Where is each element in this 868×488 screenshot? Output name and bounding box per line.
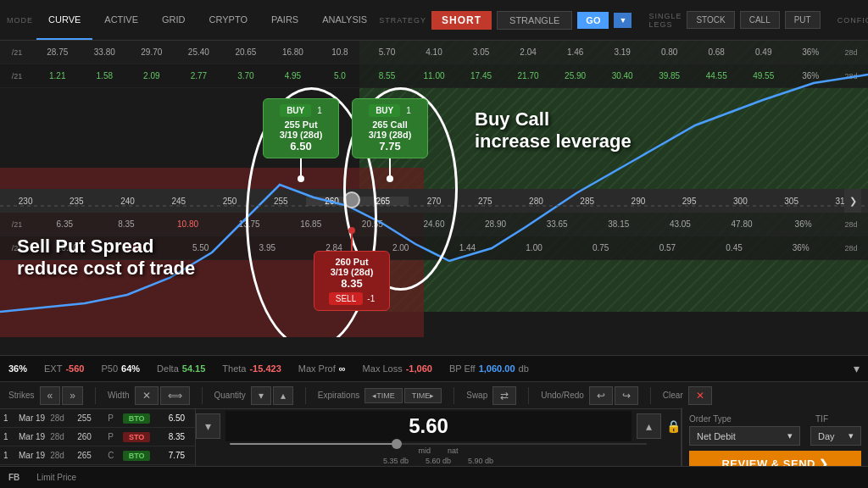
stat-theta: Theta -15.423: [222, 363, 281, 374]
stat-percent: 36%: [8, 363, 27, 374]
tab-crypto[interactable]: CRYPTO: [198, 0, 259, 40]
buy-put-tooltip: BUY 1 255 Put 3/19 (28d) 6.50: [263, 98, 339, 182]
swap-btn[interactable]: ⇄: [492, 386, 516, 405]
controls-bar: Strikes « » Width ✕ ⟺ Quantity ▾ ▴ Expir…: [0, 382, 868, 409]
chart-area: /21 28.75 33.80 29.70 25.40 20.65 16.80 …: [0, 41, 868, 337]
price-range-min: 5.35 db: [383, 457, 409, 465]
single-legs-section: SINGLE LEGS STOCK CALL PUT: [648, 11, 820, 29]
sell-put-box: 260 Put 3/19 (28d) 8.35 SELL -1: [314, 251, 390, 311]
sell-put-annotation: Sell Put Spread reduce cost of trade: [17, 236, 195, 280]
ctrl-sep-2: [202, 387, 203, 404]
stats-bar: 36% EXT -560 P50 64% Delta 54.15 Theta -…: [0, 355, 868, 382]
stat-delta: Delta 54.15: [157, 363, 205, 374]
undo-btn[interactable]: ↩: [589, 386, 613, 405]
ctrl-sep-3: [305, 387, 306, 404]
stat-p50: P50 64%: [101, 363, 140, 374]
order-type-dropdown-icon: ▾: [787, 430, 793, 441]
slider-handle[interactable]: [392, 439, 402, 449]
buy-call-annotation: Buy Call increase leverage: [475, 108, 632, 152]
data-row-3: /21 6.35 8.35 10.80 13.75 16.85 20.55 24…: [0, 213, 868, 236]
strikes-next-btn[interactable]: »: [62, 386, 83, 405]
stat-bpeff: BP Eff 1,060.00 db: [449, 363, 529, 374]
strikes-prev-btn[interactable]: «: [40, 386, 61, 405]
ctrl-sep-6: [650, 387, 651, 404]
go-button[interactable]: GO: [577, 12, 609, 29]
strangle-button[interactable]: STRANGLE: [497, 11, 572, 30]
data-row-2: /21 1.21 1.58 2.09 2.77 3.70 4.95 5.0 8.…: [0, 64, 868, 88]
price-slider[interactable]: [230, 443, 647, 445]
buy-put-box: BUY 1 255 Put 3/19 (28d) 6.50: [263, 98, 339, 158]
buy-call-pin: BUY 1 265 Call 3/19 (28d) 7.75: [352, 98, 428, 182]
nav-tabs: CURVE ACTIVE GRID CRYPTO PAIRS ANALYSIS: [36, 0, 379, 40]
buy-put-dot: [298, 175, 304, 182]
strategy-dropdown[interactable]: ▼: [614, 13, 632, 28]
stats-dropdown-chevron[interactable]: ▾: [854, 362, 860, 375]
price-input-area: ▾ 5.60 ▴ 🔒 mid nat 5.35 db 5.60 db 5.90 …: [195, 409, 682, 466]
price-slider-row: [196, 443, 681, 445]
qty-down-btn[interactable]: ▾: [251, 386, 271, 405]
order-type-group: Order Type Net Debit ▾: [689, 414, 800, 446]
undoredo-ctrl: ↩ ↪: [589, 386, 638, 405]
data-row-1: /21 28.75 33.80 29.70 25.40 20.65 16.80 …: [0, 41, 868, 64]
tab-analysis[interactable]: ANALYSIS: [310, 0, 379, 40]
exp-time-prev-btn[interactable]: ◂TIME: [364, 388, 403, 403]
exp-ctrl: ◂TIME TIME▸: [364, 388, 442, 403]
clear-btn[interactable]: ✕: [688, 386, 712, 405]
width-ctrl: ✕ ⟺: [135, 386, 190, 405]
buy-put-tag: BUY 1: [272, 104, 330, 119]
width-arrows-btn[interactable]: ⟺: [160, 386, 190, 405]
price-down-btn[interactable]: ▾: [196, 413, 220, 439]
tab-pairs[interactable]: PAIRS: [259, 0, 310, 40]
sell-put-stem: [351, 234, 353, 251]
ctrl-sep-5: [528, 387, 529, 404]
call-button[interactable]: CALL: [740, 11, 780, 29]
top-bar: MODE CURVE ACTIVE GRID CRYPTO PAIRS ANAL…: [0, 0, 868, 41]
stat-maxloss: Max Loss -1,060: [363, 363, 432, 374]
short-button[interactable]: SHORT: [431, 11, 492, 30]
put-button[interactable]: PUT: [785, 11, 821, 29]
price-range-max: 5.90 db: [468, 457, 493, 465]
tab-curve[interactable]: CURVE: [36, 0, 92, 40]
buy-put-pin: BUY 1 255 Put 3/19 (28d) 6.50: [263, 98, 339, 182]
price-range-row: 5.35 db 5.60 db 5.90 db: [383, 457, 493, 465]
tif-select[interactable]: Day ▾: [810, 426, 861, 446]
ctrl-sep-1: [95, 387, 96, 404]
price-lock-icon: 🔒: [666, 419, 681, 433]
price-up-btn[interactable]: ▴: [637, 413, 661, 439]
sell-put-dot-top: [348, 227, 355, 234]
stat-ext: EXT -560: [44, 363, 84, 374]
exp-time-next-btn[interactable]: TIME▸: [404, 388, 442, 403]
buy-call-tooltip: BUY 1 265 Call 3/19 (28d) 7.75: [352, 98, 428, 182]
tab-active[interactable]: ACTIVE: [92, 0, 150, 40]
price-mid-label: mid: [418, 446, 431, 455]
strike-price-bar: 230 235 240 245 250 255 260 265 270 275 …: [0, 189, 868, 213]
redo-btn[interactable]: ↪: [615, 386, 638, 405]
sell-put-pin: 260 Put 3/19 (28d) 8.35 SELL -1: [314, 227, 390, 311]
price-input-row: ▾ 5.60 ▴ 🔒: [196, 411, 681, 441]
width-x-btn[interactable]: ✕: [135, 386, 159, 405]
price-display[interactable]: 5.60: [225, 411, 632, 441]
tif-group: TIF Day ▾: [810, 414, 861, 446]
buy-call-tag: BUY 1: [361, 104, 419, 119]
strikes-ctrl: « »: [40, 386, 83, 405]
buy-call-stem: [389, 158, 391, 175]
price-sub-row: mid nat: [418, 446, 458, 455]
stock-button[interactable]: STOCK: [687, 11, 734, 29]
order-type-select[interactable]: Net Debit ▾: [689, 426, 800, 446]
sell-put-tooltip: 260 Put 3/19 (28d) 8.35 SELL -1: [314, 227, 390, 311]
strategy-label: STRATEGY: [379, 16, 426, 25]
quantity-ctrl: ▾ ▴: [251, 386, 293, 405]
strategy-section: STRATEGY SHORT STRANGLE GO ▼: [379, 11, 632, 30]
ctrl-sep-4: [453, 387, 454, 404]
tab-grid[interactable]: GRID: [150, 0, 198, 40]
stat-maxprof: Max Prof ∞: [298, 363, 346, 374]
data-rows: /21 28.75 33.80 29.70 25.40 20.65 16.80 …: [0, 41, 868, 88]
current-price-dot: [343, 191, 360, 208]
buy-call-dot: [387, 175, 393, 182]
bottom-bar: FB Limit Price: [0, 466, 868, 488]
config-label: CONFIG: [837, 16, 868, 25]
scroll-right-btn[interactable]: ❯: [844, 189, 861, 213]
buy-put-stem: [300, 158, 302, 175]
qty-up-btn[interactable]: ▴: [273, 386, 293, 405]
config-section: CONFIG 🔍 5 🔍 ⚗: [837, 12, 868, 28]
